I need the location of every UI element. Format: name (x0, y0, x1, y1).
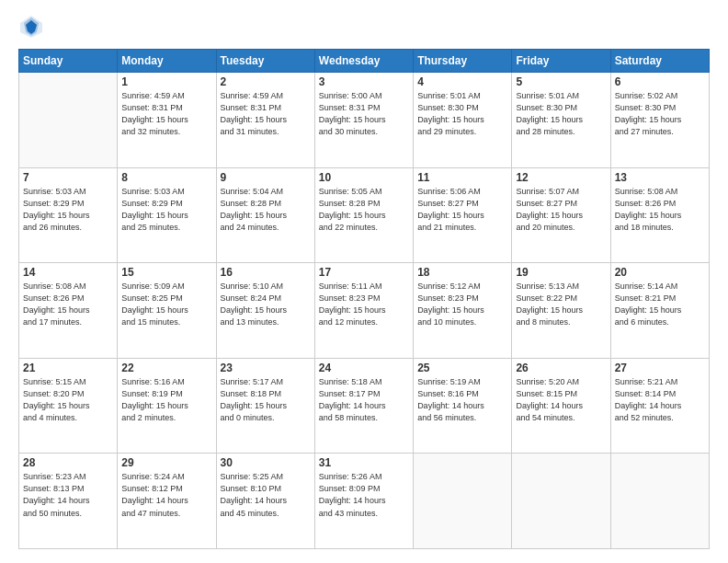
day-number: 5 (516, 75, 606, 88)
day-info-text: Sunrise: 5:11 AM Sunset: 8:23 PM Dayligh… (319, 281, 409, 328)
day-number: 14 (23, 266, 113, 279)
day-info-text: Sunrise: 5:12 AM Sunset: 8:23 PM Dayligh… (417, 281, 507, 328)
day-info-text: Sunrise: 5:02 AM Sunset: 8:30 PM Dayligh… (615, 90, 705, 138)
day-number: 4 (417, 75, 507, 88)
day-number: 22 (121, 362, 211, 374)
day-info-text: Sunrise: 5:09 AM Sunset: 8:25 PM Dayligh… (121, 281, 211, 328)
weekday-header-sunday: Sunday (19, 50, 118, 73)
day-info-text: Sunrise: 5:06 AM Sunset: 8:27 PM Dayligh… (417, 186, 507, 234)
calendar-cell: 1Sunrise: 4:59 AM Sunset: 8:31 PM Daylig… (118, 73, 216, 168)
day-number: 27 (615, 362, 705, 374)
day-info-text: Sunrise: 5:24 AM Sunset: 8:12 PM Dayligh… (121, 471, 211, 519)
day-info-text: Sunrise: 5:15 AM Sunset: 8:20 PM Dayligh… (23, 376, 113, 424)
day-number: 6 (615, 75, 705, 88)
weekday-header-wednesday: Wednesday (314, 50, 413, 73)
day-info-text: Sunrise: 5:03 AM Sunset: 8:29 PM Dayligh… (23, 186, 113, 234)
day-number: 25 (417, 362, 507, 374)
day-info-text: Sunrise: 5:04 AM Sunset: 8:28 PM Dayligh… (221, 186, 311, 234)
day-info-text: Sunrise: 5:16 AM Sunset: 8:19 PM Dayligh… (121, 376, 211, 424)
calendar-cell: 4Sunrise: 5:01 AM Sunset: 8:30 PM Daylig… (414, 73, 512, 168)
weekday-header-saturday: Saturday (610, 50, 709, 73)
day-number: 17 (319, 266, 409, 279)
day-info-text: Sunrise: 5:19 AM Sunset: 8:16 PM Dayligh… (417, 376, 507, 424)
page: SundayMondayTuesdayWednesdayThursdayFrid… (0, 0, 728, 563)
calendar-cell: 23Sunrise: 5:17 AM Sunset: 8:18 PM Dayli… (216, 358, 314, 454)
day-info-text: Sunrise: 5:01 AM Sunset: 8:30 PM Dayligh… (417, 90, 507, 138)
calendar-cell: 6Sunrise: 5:02 AM Sunset: 8:30 PM Daylig… (610, 73, 709, 168)
day-number: 29 (121, 456, 211, 469)
calendar-cell: 29Sunrise: 5:24 AM Sunset: 8:12 PM Dayli… (118, 454, 216, 549)
calendar-cell: 17Sunrise: 5:11 AM Sunset: 8:23 PM Dayli… (314, 263, 413, 359)
day-number: 12 (516, 171, 606, 184)
day-number: 20 (615, 266, 705, 279)
day-info-text: Sunrise: 5:08 AM Sunset: 8:26 PM Dayligh… (615, 186, 705, 234)
calendar-cell: 31Sunrise: 5:26 AM Sunset: 8:09 PM Dayli… (314, 454, 413, 549)
calendar-cell: 10Sunrise: 5:05 AM Sunset: 8:28 PM Dayli… (314, 167, 413, 263)
day-info-text: Sunrise: 5:20 AM Sunset: 8:15 PM Dayligh… (516, 376, 606, 424)
day-info-text: Sunrise: 5:21 AM Sunset: 8:14 PM Dayligh… (615, 376, 705, 424)
day-number: 21 (23, 362, 113, 374)
header (18, 14, 710, 40)
day-info-text: Sunrise: 5:10 AM Sunset: 8:24 PM Dayligh… (221, 281, 311, 328)
day-info-text: Sunrise: 4:59 AM Sunset: 8:31 PM Dayligh… (121, 90, 211, 138)
day-number: 18 (417, 266, 507, 279)
calendar-cell (19, 73, 118, 168)
weekday-header-monday: Monday (118, 50, 216, 73)
week-row-3: 14Sunrise: 5:08 AM Sunset: 8:26 PM Dayli… (19, 263, 710, 359)
calendar-cell: 12Sunrise: 5:07 AM Sunset: 8:27 PM Dayli… (512, 167, 610, 263)
day-info-text: Sunrise: 5:01 AM Sunset: 8:30 PM Dayligh… (516, 90, 606, 138)
calendar-cell: 25Sunrise: 5:19 AM Sunset: 8:16 PM Dayli… (414, 358, 512, 454)
day-number: 10 (319, 171, 409, 184)
day-info-text: Sunrise: 5:25 AM Sunset: 8:10 PM Dayligh… (221, 471, 311, 519)
calendar-cell: 18Sunrise: 5:12 AM Sunset: 8:23 PM Dayli… (414, 263, 512, 359)
week-row-5: 28Sunrise: 5:23 AM Sunset: 8:13 PM Dayli… (19, 454, 710, 549)
calendar-cell (512, 454, 610, 549)
calendar-table: SundayMondayTuesdayWednesdayThursdayFrid… (18, 49, 710, 549)
day-number: 11 (417, 171, 507, 184)
day-info-text: Sunrise: 5:07 AM Sunset: 8:27 PM Dayligh… (516, 186, 606, 234)
day-info-text: Sunrise: 5:18 AM Sunset: 8:17 PM Dayligh… (319, 376, 409, 424)
weekday-header-row: SundayMondayTuesdayWednesdayThursdayFrid… (19, 50, 710, 73)
weekday-header-friday: Friday (512, 50, 610, 73)
day-info-text: Sunrise: 5:13 AM Sunset: 8:22 PM Dayligh… (516, 281, 606, 328)
calendar-cell: 30Sunrise: 5:25 AM Sunset: 8:10 PM Dayli… (216, 454, 314, 549)
day-number: 26 (516, 362, 606, 374)
day-number: 30 (221, 456, 311, 469)
weekday-header-tuesday: Tuesday (216, 50, 314, 73)
day-number: 9 (221, 171, 311, 184)
calendar-cell: 28Sunrise: 5:23 AM Sunset: 8:13 PM Dayli… (19, 454, 118, 549)
calendar-cell: 13Sunrise: 5:08 AM Sunset: 8:26 PM Dayli… (610, 167, 709, 263)
calendar-cell: 8Sunrise: 5:03 AM Sunset: 8:29 PM Daylig… (118, 167, 216, 263)
day-number: 15 (121, 266, 211, 279)
calendar-cell: 2Sunrise: 4:59 AM Sunset: 8:31 PM Daylig… (216, 73, 314, 168)
calendar-cell: 3Sunrise: 5:00 AM Sunset: 8:31 PM Daylig… (314, 73, 413, 168)
day-number: 19 (516, 266, 606, 279)
week-row-4: 21Sunrise: 5:15 AM Sunset: 8:20 PM Dayli… (19, 358, 710, 454)
calendar-cell: 9Sunrise: 5:04 AM Sunset: 8:28 PM Daylig… (216, 167, 314, 263)
day-info-text: Sunrise: 5:23 AM Sunset: 8:13 PM Dayligh… (23, 471, 113, 519)
calendar-cell: 22Sunrise: 5:16 AM Sunset: 8:19 PM Dayli… (118, 358, 216, 454)
calendar-cell: 19Sunrise: 5:13 AM Sunset: 8:22 PM Dayli… (512, 263, 610, 359)
logo-icon (18, 14, 44, 40)
calendar-cell: 16Sunrise: 5:10 AM Sunset: 8:24 PM Dayli… (216, 263, 314, 359)
day-info-text: Sunrise: 5:03 AM Sunset: 8:29 PM Dayligh… (121, 186, 211, 234)
day-number: 7 (23, 171, 113, 184)
calendar-cell: 15Sunrise: 5:09 AM Sunset: 8:25 PM Dayli… (118, 263, 216, 359)
calendar-cell (610, 454, 709, 549)
day-number: 28 (23, 456, 113, 469)
day-number: 8 (121, 171, 211, 184)
day-number: 1 (121, 75, 211, 88)
day-number: 2 (221, 75, 311, 88)
calendar-cell: 5Sunrise: 5:01 AM Sunset: 8:30 PM Daylig… (512, 73, 610, 168)
calendar-cell: 14Sunrise: 5:08 AM Sunset: 8:26 PM Dayli… (19, 263, 118, 359)
calendar-cell (414, 454, 512, 549)
calendar-cell: 7Sunrise: 5:03 AM Sunset: 8:29 PM Daylig… (19, 167, 118, 263)
calendar-cell: 20Sunrise: 5:14 AM Sunset: 8:21 PM Dayli… (610, 263, 709, 359)
week-row-2: 7Sunrise: 5:03 AM Sunset: 8:29 PM Daylig… (19, 167, 710, 263)
logo (18, 14, 48, 40)
day-info-text: Sunrise: 5:08 AM Sunset: 8:26 PM Dayligh… (23, 281, 113, 328)
day-number: 13 (615, 171, 705, 184)
calendar-cell: 11Sunrise: 5:06 AM Sunset: 8:27 PM Dayli… (414, 167, 512, 263)
calendar-cell: 27Sunrise: 5:21 AM Sunset: 8:14 PM Dayli… (610, 358, 709, 454)
day-number: 24 (319, 362, 409, 374)
